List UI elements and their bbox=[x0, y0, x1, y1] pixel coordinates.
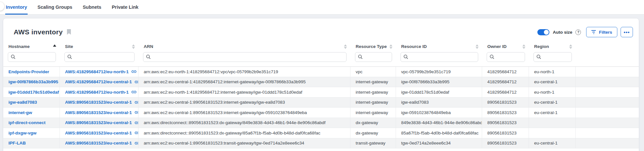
cell-site: AWS:890561831523/eu-central-1 bbox=[60, 98, 138, 108]
cell-filler bbox=[576, 118, 639, 128]
sort-icon[interactable] bbox=[132, 44, 135, 49]
cell-region bbox=[529, 118, 576, 128]
tab-bar: Inventory Scaling Groups Subnets Private… bbox=[0, 0, 644, 15]
link-icon[interactable] bbox=[131, 89, 137, 95]
sort-icon[interactable] bbox=[569, 44, 572, 49]
column-header-hostname: Hostname bbox=[3, 42, 60, 66]
column-label-region[interactable]: Region bbox=[534, 44, 549, 49]
hostname-link[interactable]: Endpoints-Provider bbox=[8, 69, 49, 74]
link-icon[interactable] bbox=[134, 99, 138, 105]
cell-site: AWS:418295684712/eu-north-1 bbox=[60, 87, 138, 97]
aws-inventory-card: AWS inventory Auto size ? Filters ••• Ho… bbox=[3, 18, 639, 151]
filter-input-resource_id[interactable] bbox=[401, 52, 478, 62]
cell-region: eu-north-1 bbox=[529, 67, 576, 77]
search-icon bbox=[11, 54, 16, 59]
site-link[interactable]: AWS:418295684712/eu-central-1 bbox=[65, 79, 132, 84]
column-label-owner_id[interactable]: Owner ID bbox=[487, 44, 506, 49]
cell-owner_id: 890561831523 bbox=[482, 98, 529, 108]
cell-resource_id: igw-05910238764849eba bbox=[396, 108, 482, 118]
sort-icon[interactable] bbox=[476, 44, 479, 49]
search-icon bbox=[536, 54, 541, 59]
hostname-link[interactable]: ipf-direct-connect bbox=[8, 120, 46, 125]
site-link[interactable]: AWS:890561831523/eu-central-1 bbox=[65, 100, 132, 105]
hostname-link[interactable]: IPF-LAB bbox=[8, 141, 26, 145]
cell-resource_id: vpc-05799b2b9e351c719 bbox=[396, 67, 482, 77]
toggle-knob bbox=[544, 30, 549, 35]
column-label-site[interactable]: Site bbox=[65, 44, 73, 49]
hostname-link[interactable]: igw-00f87866b33a3b995 bbox=[8, 79, 58, 84]
cell-resource_type: transit-gateway bbox=[350, 138, 396, 148]
column-header-arn: ARN bbox=[138, 42, 350, 66]
search-icon bbox=[358, 54, 363, 59]
column-label-hostname[interactable]: Hostname bbox=[8, 44, 30, 49]
filters-button-label: Filters bbox=[599, 30, 612, 35]
hostname-link[interactable]: internet-gw bbox=[8, 110, 32, 115]
cell-owner_id: 890561831523 bbox=[482, 108, 529, 118]
site-link[interactable]: AWS:418295684712/eu-north-1 bbox=[65, 69, 129, 74]
cell-hostname: igw-ea8d7083 bbox=[3, 98, 60, 108]
link-icon[interactable] bbox=[134, 79, 138, 85]
cell-filler bbox=[576, 108, 639, 118]
cell-filler bbox=[576, 98, 639, 108]
tab-inventory[interactable]: Inventory bbox=[6, 0, 27, 15]
sort-asc-icon[interactable] bbox=[53, 44, 56, 47]
site-link[interactable]: AWS:418295684712/eu-north-1 bbox=[65, 90, 129, 95]
cell-hostname: Endpoints-Provider bbox=[3, 67, 60, 77]
tab-scaling-groups[interactable]: Scaling Groups bbox=[37, 0, 72, 15]
cell-hostname: ipf-direct-connect bbox=[3, 118, 60, 128]
search-icon bbox=[67, 54, 72, 59]
page-title: AWS inventory bbox=[14, 28, 63, 36]
cell-filler bbox=[576, 87, 639, 97]
link-icon[interactable] bbox=[134, 110, 138, 115]
column-label-resource_id[interactable]: Resource ID bbox=[401, 44, 427, 49]
site-link[interactable]: AWS:890561831523/eu-central-1 bbox=[65, 141, 132, 145]
filter-icon bbox=[591, 30, 596, 34]
sort-icon[interactable] bbox=[522, 44, 525, 49]
sort-icon[interactable] bbox=[344, 44, 347, 49]
cell-resource_type: internet-gateway bbox=[350, 87, 396, 97]
filter-input-site[interactable] bbox=[64, 52, 135, 62]
more-options-button[interactable]: ••• bbox=[621, 27, 633, 37]
filters-button[interactable]: Filters bbox=[586, 27, 617, 37]
column-header-resource_type: Resource Type bbox=[350, 42, 396, 66]
cell-site: AWS:890561831523/eu-central-1 bbox=[60, 128, 138, 138]
auto-size-toggle[interactable] bbox=[537, 29, 549, 35]
cell-owner_id: 890561831523 bbox=[482, 118, 529, 128]
cell-hostname: igw-01ddd178c51d0edaf bbox=[3, 87, 60, 97]
link-icon[interactable] bbox=[134, 140, 138, 146]
tab-private-link[interactable]: Private Link bbox=[112, 0, 138, 15]
column-label-arn[interactable]: ARN bbox=[144, 44, 153, 49]
sort-icon[interactable] bbox=[389, 44, 392, 49]
cell-owner_id: 418295684712 bbox=[482, 77, 529, 87]
cell-filler bbox=[576, 77, 639, 87]
cell-arn: arn:aws:ec2:eu-central-1:890561831523:in… bbox=[138, 98, 350, 108]
cell-filler bbox=[576, 138, 639, 148]
hostname-link[interactable]: igw-01ddd178c51d0edaf bbox=[8, 90, 59, 95]
table-row: igw-01ddd178c51d0edafAWS:418295684712/eu… bbox=[3, 87, 639, 98]
filter-input-arn[interactable] bbox=[143, 52, 347, 62]
hostname-link[interactable]: igw-ea8d7083 bbox=[8, 100, 37, 105]
hostname-link[interactable]: ipf-dxgw-vgw bbox=[8, 131, 36, 135]
table-row: ipf-dxgw-vgwAWS:890561831523/eu-central-… bbox=[3, 128, 639, 138]
cell-resource_type: vpc bbox=[350, 67, 396, 77]
link-icon[interactable] bbox=[134, 130, 138, 136]
site-link[interactable]: AWS:890561831523/eu-central-1 bbox=[65, 120, 132, 125]
cell-resource_type: internet-gateway bbox=[350, 77, 396, 87]
site-link[interactable]: AWS:890561831523/eu-central-1 bbox=[65, 131, 132, 135]
bookmark-icon[interactable] bbox=[67, 29, 71, 35]
card-header: AWS inventory Auto size ? Filters ••• bbox=[3, 18, 639, 42]
tab-subnets[interactable]: Subnets bbox=[83, 0, 101, 15]
table-header-row: HostnameSiteARNResource TypeResource IDO… bbox=[3, 42, 639, 66]
help-icon[interactable]: ? bbox=[575, 29, 581, 35]
link-icon[interactable] bbox=[134, 120, 138, 126]
cell-arn: arn:aws:ec2:eu-central-1:418295684712:in… bbox=[138, 77, 350, 87]
cell-region: eu-central-1 bbox=[529, 77, 576, 87]
cell-owner_id: 890561831523 bbox=[482, 128, 529, 138]
cell-resource_type: dx-gateway bbox=[350, 118, 396, 128]
table-row: IPF-LABAWS:890561831523/eu-central-1arn:… bbox=[3, 138, 639, 149]
cell-arn: arn:aws:ec2:eu-north-1:418295684712:inte… bbox=[138, 87, 350, 97]
site-link[interactable]: AWS:890561831523/eu-central-1 bbox=[65, 110, 132, 115]
cell-arn: arn:aws:ec2:eu-north-1:418295684712:vpc/… bbox=[138, 67, 350, 77]
link-icon[interactable] bbox=[131, 69, 137, 75]
column-label-resource_type[interactable]: Resource Type bbox=[356, 44, 387, 49]
